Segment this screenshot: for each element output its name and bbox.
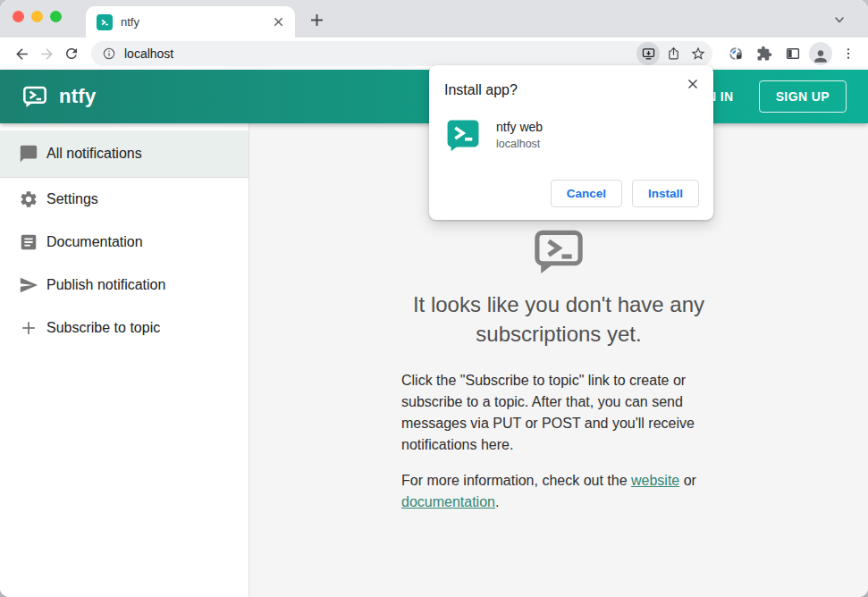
sidebar-item-settings[interactable]: Settings [0,178,249,221]
back-icon[interactable] [9,41,34,66]
sidebar-item-publish-notification[interactable]: Publish notification [0,264,249,307]
reload-icon[interactable] [59,41,84,66]
address-bar[interactable]: localhost [91,41,712,66]
sidebar-item-all-notifications[interactable]: All notifications [0,130,249,178]
browser-tab-ntfy[interactable]: ntfy [86,6,295,38]
menu-dots-icon[interactable] [836,41,861,66]
share-icon[interactable] [662,42,685,65]
zoom-window-button[interactable] [50,11,62,22]
sidebar-item-subscribe-to-topic[interactable]: Subscribe to topic [0,307,249,349]
sidebar-item-label: Subscribe to topic [46,320,160,336]
ntfy-logo-icon [21,83,48,110]
macos-traffic-lights [13,11,62,22]
extensions-area [723,41,861,66]
close-window-button[interactable] [13,11,24,22]
privacy-extension-icon[interactable] [723,41,748,66]
install-app-dialog: Install app? ntfy web localhost Cancel I… [429,65,713,220]
site-info-icon[interactable] [102,46,116,61]
browser-window: ntfy [0,0,868,597]
cancel-button[interactable]: Cancel [551,180,622,207]
tab-strip: ntfy [0,0,868,38]
sidebar-item-label: Documentation [46,234,143,250]
empty-state-heading: It looks like you don't have any subscri… [401,290,716,349]
forward-icon[interactable] [34,41,59,66]
tab-search-chevron-icon[interactable] [830,11,848,29]
ntfy-app-icon [446,118,480,152]
install-app-origin: localhost [496,138,543,150]
install-button[interactable]: Install [632,180,699,207]
send-icon [18,274,39,296]
sidebar-item-label: All notifications [46,146,142,162]
info-text: For more information, check out the [401,473,631,488]
new-tab-button[interactable] [306,9,327,30]
empty-state-paragraph: Click the "Subscribe to topic" link to c… [401,370,716,456]
install-pwa-icon[interactable] [636,42,660,65]
install-app-name: ntfy web [496,120,543,134]
app-title: ntfy [59,85,97,108]
profile-avatar[interactable] [809,42,832,65]
article-icon [18,231,39,253]
tab-title: ntfy [121,15,270,29]
url-text[interactable]: localhost [124,46,635,61]
sidebar-item-documentation[interactable]: Documentation [0,221,249,264]
gear-icon [18,189,39,210]
navigation-sidebar: All notifications Settings Documentation [0,123,249,597]
info-text: or [679,473,696,488]
info-text: . [495,494,499,509]
documentation-link[interactable]: documentation [401,494,495,509]
install-dialog-title: Install app? [444,82,518,98]
install-dialog-actions: Cancel Install [551,180,699,207]
chat-bubble-icon [18,143,39,164]
install-dialog-app-row: ntfy web localhost [446,118,543,152]
empty-state-links-paragraph: For more information, check out the webs… [401,470,716,513]
bookmark-star-icon[interactable] [687,42,710,65]
ntfy-favicon [97,14,113,30]
extensions-puzzle-icon[interactable] [752,41,777,66]
sidebar-item-label: Publish notification [46,277,165,293]
ntfy-logo-icon-large [531,223,586,279]
website-link[interactable]: website [631,473,679,488]
sign-up-button[interactable]: SIGN UP [759,80,847,113]
tab-close-icon[interactable] [270,14,286,30]
plus-icon [18,317,39,339]
minimize-window-button[interactable] [31,11,43,22]
side-panel-icon[interactable] [780,41,805,66]
sidebar-item-label: Settings [46,191,98,207]
close-icon[interactable] [684,75,702,93]
